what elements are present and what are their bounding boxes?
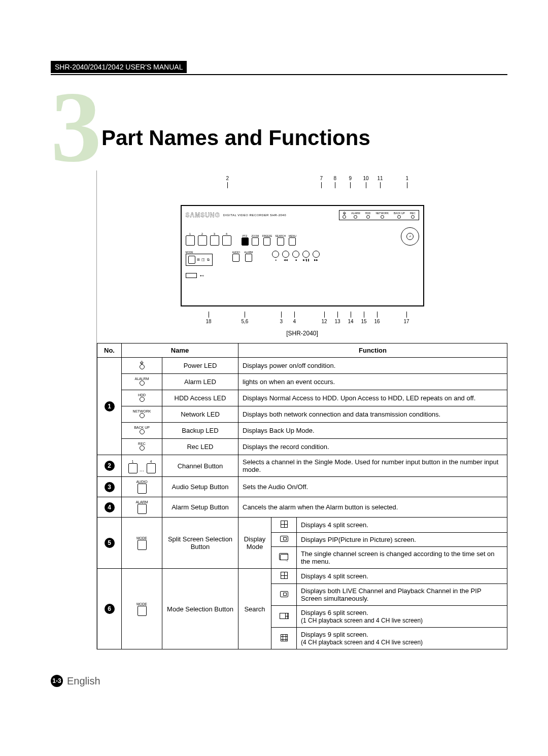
usb-icon: ⊷ xyxy=(200,273,204,278)
header-rule xyxy=(51,74,507,75)
device-front-panel: SAMSUNG DIGITAL VIDEO RECORDER SHR-2040 … xyxy=(181,205,424,306)
th-no: No. xyxy=(97,343,122,358)
page-footer: 1-3 English xyxy=(51,675,507,687)
transport-buttons: ●◀◀■▶/❚❚▶▶ xyxy=(272,251,320,261)
content-area: 278910111 SAMSUNG DIGITAL VIDEO RECORDER… xyxy=(96,170,507,649)
brand-logo: SAMSUNG xyxy=(186,212,220,219)
function-buttons: PTZZOOMFREEZESEARCHMENU xyxy=(242,234,296,246)
brand-subtitle: DIGITAL VIDEO RECORDER SHR-2040 xyxy=(223,214,286,217)
led-strip: ⏻ALARMHDDNETWORKBACK UPREC xyxy=(339,210,419,220)
footer-language: English xyxy=(67,675,100,687)
mode-box: ⊞ ◫ ⧉ xyxy=(186,254,213,266)
model-label: [SHR-2040] xyxy=(176,330,429,337)
usb-port xyxy=(186,273,197,278)
channel-buttons: 1234 xyxy=(186,232,231,246)
joystick: ⏎ xyxy=(401,227,419,246)
device-diagram: 278910111 SAMSUNG DIGITAL VIDEO RECORDER… xyxy=(176,176,429,337)
chapter-number: 3 xyxy=(51,86,101,167)
parts-table: No. Name Function 1⏻Power LEDDisplays po… xyxy=(97,343,507,649)
page-number-badge: 1-3 xyxy=(51,675,63,687)
chapter-title: Part Names and Functions xyxy=(101,126,507,150)
th-name: Name xyxy=(122,343,238,358)
th-func: Function xyxy=(238,343,507,358)
